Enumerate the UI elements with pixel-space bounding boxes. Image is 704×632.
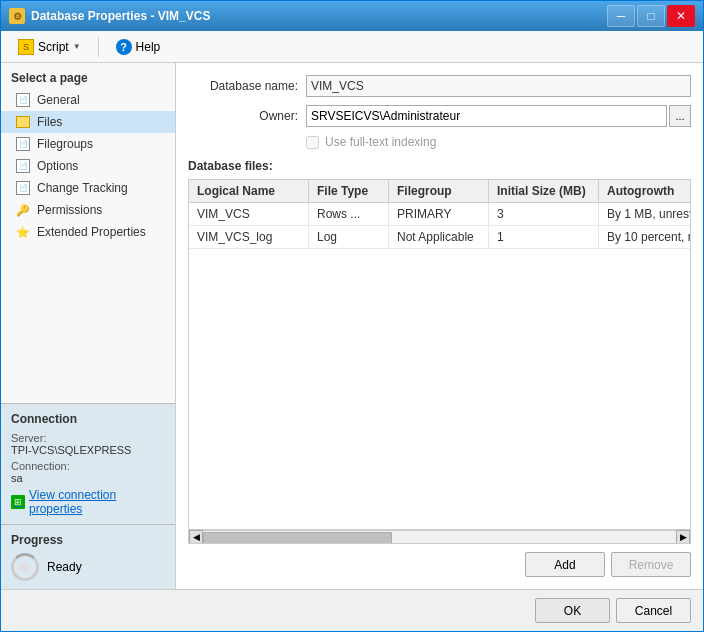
- sidebar-item-options[interactable]: 📄 Options: [1, 155, 175, 177]
- cancel-button[interactable]: Cancel: [616, 598, 691, 623]
- help-icon: ?: [116, 39, 132, 55]
- scroll-left-button[interactable]: ◀: [189, 530, 203, 544]
- ok-button[interactable]: OK: [535, 598, 610, 623]
- row2-logical: VIM_VCS_log: [189, 226, 309, 248]
- window-title: Database Properties - VIM_VCS: [31, 9, 210, 23]
- sidebar-item-extended-properties[interactable]: ⭐ Extended Properties: [1, 221, 175, 243]
- owner-ellipsis-button[interactable]: ...: [669, 105, 691, 127]
- scroll-right-button[interactable]: ▶: [676, 530, 690, 544]
- connection-label: Connection:: [11, 460, 165, 472]
- connection-value: sa: [11, 472, 165, 484]
- sidebar-item-files[interactable]: Files: [1, 111, 175, 133]
- db-name-label: Database name:: [188, 79, 298, 93]
- fulltext-label: Use full-text indexing: [325, 135, 436, 149]
- db-files-label: Database files:: [188, 159, 691, 173]
- server-label: Server:: [11, 432, 165, 444]
- row2-filetype: Log: [309, 226, 389, 248]
- col-header-filetype: File Type: [309, 180, 389, 202]
- row2-filegroup: Not Applicable: [389, 226, 489, 248]
- col-header-logical: Logical Name: [189, 180, 309, 202]
- row1-filetype: Rows ...: [309, 203, 389, 225]
- sidebar-item-permissions[interactable]: 🔑 Permissions: [1, 199, 175, 221]
- content-area: Database name: Owner: ... Use full-text …: [176, 63, 703, 589]
- row1-autogrowth: By 1 MB, unrestricted growth: [599, 203, 690, 225]
- owner-row: Owner: ...: [188, 105, 691, 127]
- table-row[interactable]: VIM_VCS_log Log Not Applicable 1 By 10 p…: [189, 226, 690, 249]
- col-header-filegroup: Filegroup: [389, 180, 489, 202]
- server-value: TPI-VCS\SQLEXPRESS: [11, 444, 165, 456]
- add-remove-buttons: Add Remove: [188, 544, 691, 577]
- scroll-track[interactable]: [203, 530, 676, 544]
- table-header: Logical Name File Type Filegroup Initial…: [189, 180, 690, 203]
- sidebar-label-options: Options: [37, 159, 78, 173]
- row1-logical: VIM_VCS: [189, 203, 309, 225]
- toolbar: S Script ▼ ? Help: [1, 31, 703, 63]
- sidebar-label-filegroups: Filegroups: [37, 137, 93, 151]
- fulltext-checkbox-row: Use full-text indexing: [188, 135, 691, 149]
- row2-autogrowth: By 10 percent, restricted growth t: [599, 226, 690, 248]
- progress-section: Progress Ready: [1, 524, 175, 589]
- permissions-icon: 🔑: [15, 202, 31, 218]
- progress-status: Ready: [47, 560, 82, 574]
- script-label: Script: [38, 40, 69, 54]
- progress-spinner-inner: [20, 562, 30, 572]
- owner-label: Owner:: [188, 109, 298, 123]
- script-button[interactable]: S Script ▼: [9, 36, 90, 58]
- extended-properties-icon: ⭐: [15, 224, 31, 240]
- sidebar-label-general: General: [37, 93, 80, 107]
- close-button[interactable]: ✕: [667, 5, 695, 27]
- sidebar-item-change-tracking[interactable]: 📄 Change Tracking: [1, 177, 175, 199]
- owner-input-group: ...: [306, 105, 691, 127]
- help-button[interactable]: ? Help: [107, 36, 170, 58]
- fulltext-checkbox[interactable]: [306, 136, 319, 149]
- script-icon: S: [18, 39, 34, 55]
- window-footer: OK Cancel: [1, 589, 703, 631]
- sidebar-label-permissions: Permissions: [37, 203, 102, 217]
- toolbar-separator: [98, 37, 99, 57]
- sidebar-label-files: Files: [37, 115, 62, 129]
- connection-link-icon: ⊞: [11, 495, 25, 509]
- row1-filegroup: PRIMARY: [389, 203, 489, 225]
- progress-content: Ready: [11, 553, 165, 581]
- files-table: Logical Name File Type Filegroup Initial…: [188, 179, 691, 544]
- title-bar: ⚙ Database Properties - VIM_VCS ─ □ ✕: [1, 1, 703, 31]
- title-bar-buttons: ─ □ ✕: [607, 5, 695, 27]
- help-label: Help: [136, 40, 161, 54]
- connection-title: Connection: [11, 412, 165, 426]
- sidebar-item-filegroups[interactable]: 📄 Filegroups: [1, 133, 175, 155]
- progress-spinner: [11, 553, 39, 581]
- script-dropdown-arrow: ▼: [73, 42, 81, 51]
- filegroups-icon: 📄: [15, 136, 31, 152]
- options-icon: 📄: [15, 158, 31, 174]
- owner-input[interactable]: [306, 105, 667, 127]
- title-bar-left: ⚙ Database Properties - VIM_VCS: [9, 8, 210, 24]
- row2-size: 1: [489, 226, 599, 248]
- sidebar-section-title: Select a page: [1, 63, 175, 89]
- horizontal-scrollbar[interactable]: ◀ ▶: [189, 529, 690, 543]
- db-name-row: Database name:: [188, 75, 691, 97]
- minimize-button[interactable]: ─: [607, 5, 635, 27]
- table-body: VIM_VCS Rows ... PRIMARY 3 By 1 MB, unre…: [189, 203, 690, 529]
- table-row[interactable]: VIM_VCS Rows ... PRIMARY 3 By 1 MB, unre…: [189, 203, 690, 226]
- connection-section: Connection Server: TPI-VCS\SQLEXPRESS Co…: [1, 403, 175, 524]
- col-header-autogrowth: Autogrowth: [599, 180, 691, 202]
- sidebar-item-general[interactable]: 📄 General: [1, 89, 175, 111]
- sidebar: Select a page 📄 General Files 📄 Filegrou…: [1, 63, 176, 589]
- sidebar-label-change-tracking: Change Tracking: [37, 181, 128, 195]
- main-content: Select a page 📄 General Files 📄 Filegrou…: [1, 63, 703, 589]
- general-icon: 📄: [15, 92, 31, 108]
- db-name-input[interactable]: [306, 75, 691, 97]
- maximize-button[interactable]: □: [637, 5, 665, 27]
- remove-button[interactable]: Remove: [611, 552, 691, 577]
- sidebar-label-extended-properties: Extended Properties: [37, 225, 146, 239]
- add-button[interactable]: Add: [525, 552, 605, 577]
- col-header-size: Initial Size (MB): [489, 180, 599, 202]
- connection-link-text: View connection properties: [29, 488, 165, 516]
- progress-title: Progress: [11, 533, 165, 547]
- row1-size: 3: [489, 203, 599, 225]
- view-connection-properties-link[interactable]: ⊞ View connection properties: [11, 488, 165, 516]
- files-icon: [15, 114, 31, 130]
- main-window: ⚙ Database Properties - VIM_VCS ─ □ ✕ S …: [0, 0, 704, 632]
- change-tracking-icon: 📄: [15, 180, 31, 196]
- scroll-thumb[interactable]: [203, 532, 392, 544]
